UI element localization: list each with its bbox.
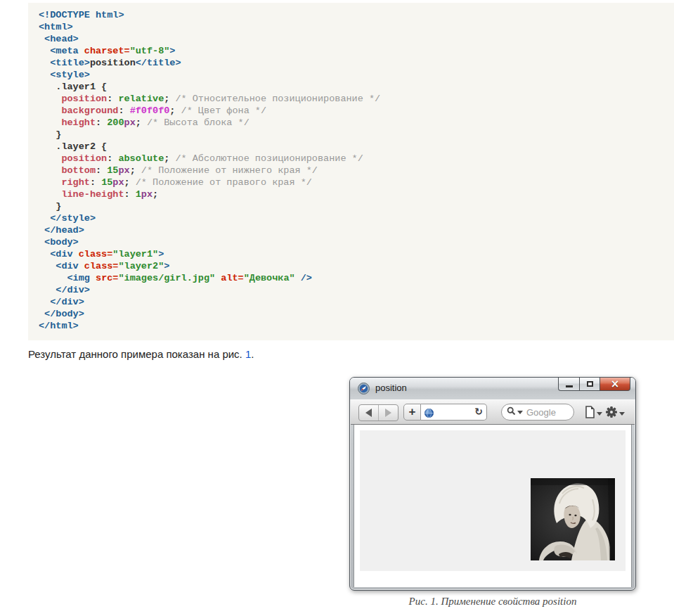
window-controls: ×: [558, 378, 630, 391]
figure-caption: Рис. 1. Применение свойства position: [349, 596, 636, 608]
code-line: <body>: [39, 236, 667, 248]
code-line: </div>: [39, 296, 667, 308]
result-text-after: .: [251, 348, 254, 360]
result-text: Результат данного примера показан на рис…: [28, 348, 254, 360]
page-menu-caret: [597, 412, 602, 416]
maximize-button[interactable]: [579, 378, 600, 391]
minimize-icon: [566, 385, 573, 387]
code-line: </head>: [39, 224, 667, 236]
search-icon: [507, 406, 516, 418]
nav-buttons: [358, 404, 398, 421]
search-options-caret: [517, 411, 523, 414]
code-line: <head>: [39, 33, 667, 45]
code-line: position: relative; /* Относительное поз…: [39, 93, 667, 105]
browser-toolbar: + ↻: [351, 399, 635, 425]
settings-menu-caret: [619, 412, 625, 416]
code-line: <img src="images/girl.jpg" alt="Девочка"…: [39, 272, 667, 284]
code-line: <!DOCTYPE html>: [39, 9, 667, 21]
forward-icon: [385, 409, 391, 417]
maximize-icon: [587, 381, 593, 387]
code-line: }: [39, 200, 667, 212]
settings-menu-button[interactable]: [605, 406, 625, 421]
search-field[interactable]: [501, 404, 574, 421]
back-button[interactable]: [359, 405, 379, 421]
page-menu-button[interactable]: [585, 406, 602, 421]
browser-window: position × + ↻: [349, 377, 636, 591]
window-titlebar[interactable]: position ×: [350, 378, 635, 399]
code-line: right: 15px; /* Положение от правого кра…: [39, 177, 667, 188]
new-tab-button[interactable]: +: [403, 404, 421, 421]
code-line: <div class="layer2">: [39, 260, 667, 272]
safari-compass-icon: [358, 383, 370, 394]
code-block: <!DOCTYPE html><html> <head> <meta chars…: [28, 3, 674, 340]
browser-viewport: [354, 425, 632, 587]
refresh-icon[interactable]: ↻: [474, 406, 483, 417]
code-line: .layer2 {: [39, 141, 667, 153]
code-line: <div class="layer1">: [39, 248, 667, 260]
close-icon: ×: [611, 378, 620, 390]
code-line: </style>: [39, 212, 667, 224]
close-button[interactable]: ×: [600, 378, 630, 391]
globe-icon: [425, 408, 434, 417]
address-group: + ↻: [403, 404, 487, 421]
code-line: </html>: [39, 320, 667, 332]
code-line: </div>: [39, 284, 667, 296]
code-line: <meta charset="utf-8">: [39, 45, 667, 57]
layer1-gray-box: [360, 430, 626, 571]
address-bar[interactable]: ↻: [421, 404, 487, 421]
code-line: <title>position</title>: [39, 57, 667, 69]
window-title: position: [375, 383, 407, 393]
girl-photo: [531, 478, 615, 560]
forward-button[interactable]: [379, 405, 398, 421]
code-line: position: absolute; /* Абсолютное позици…: [39, 153, 667, 165]
code-line: <style>: [39, 69, 667, 81]
code-line: height: 200px; /* Высота блока */: [39, 117, 667, 129]
back-icon: [365, 409, 372, 417]
page-icon: [585, 406, 595, 421]
code-line: background: #f0f0f0; /* Цвет фона */: [39, 105, 667, 117]
minimize-button[interactable]: [558, 378, 579, 391]
code-line: line-height: 1px;: [39, 188, 667, 200]
result-text-before: Результат данного примера показан на рис…: [28, 348, 245, 360]
code-line: .layer1 {: [39, 81, 667, 93]
code-line: </body>: [39, 308, 667, 320]
gear-icon: [605, 406, 618, 421]
code-line: <html>: [39, 21, 667, 33]
code-line: }: [39, 129, 667, 141]
code-line: bottom: 15px; /* Положение от нижнего кр…: [39, 165, 667, 177]
search-input[interactable]: [525, 406, 571, 418]
